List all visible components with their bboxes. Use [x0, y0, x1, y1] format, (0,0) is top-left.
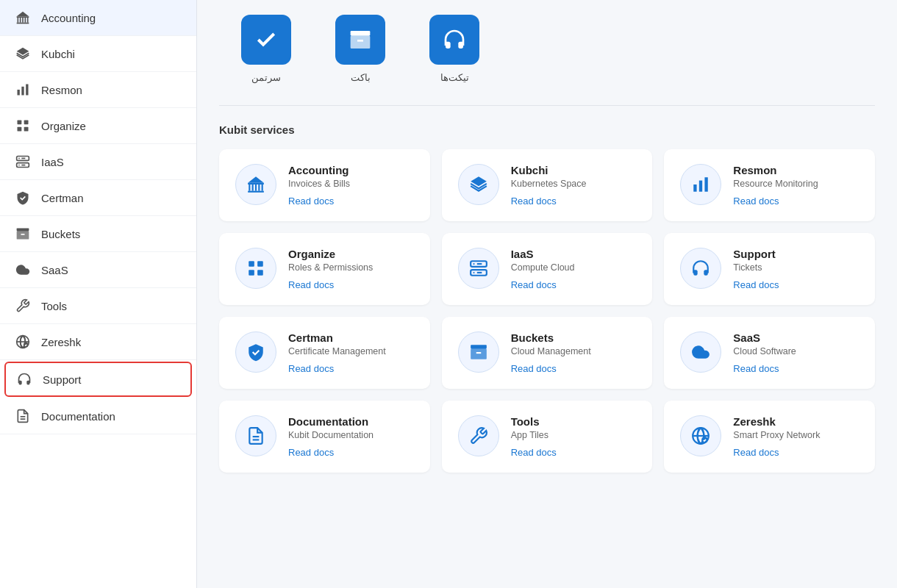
service-card-documentation: Documentation Kubit Documentation Read d…: [219, 401, 430, 473]
service-info-iaas: IaaS Compute Cloud Read docs: [511, 248, 575, 290]
sidebar-item-buckets[interactable]: Buckets: [0, 216, 196, 252]
svg-point-19: [18, 165, 20, 166]
svg-point-50: [473, 263, 474, 265]
sidebar-item-documentation[interactable]: Documentation: [0, 398, 196, 434]
read-docs-accounting[interactable]: Read docs: [288, 196, 350, 207]
service-info-resmon: Resmon Resource Monitoring Read docs: [733, 164, 818, 207]
svg-point-51: [473, 272, 474, 273]
svg-rect-13: [24, 121, 29, 125]
sidebar-item-iaas[interactable]: IaaS: [0, 144, 196, 180]
svg-rect-15: [24, 127, 29, 132]
read-docs-resmon[interactable]: Read docs: [733, 196, 818, 207]
shield-icon-circle: [235, 331, 276, 373]
sidebar-label-tools: Tools: [41, 300, 67, 312]
sidebar-item-organize[interactable]: Organize: [0, 108, 196, 144]
service-info-accounting: Accounting Invoices & Bills Read docs: [288, 164, 350, 207]
svg-marker-7: [17, 12, 29, 17]
service-desc-certman: Certificate Management: [288, 346, 386, 356]
headset-icon: [16, 371, 32, 387]
service-card-support: Support Tickets Read docs: [664, 233, 875, 305]
read-docs-certman[interactable]: Read docs: [288, 363, 386, 374]
shield-icon: [15, 190, 31, 206]
doc-icon: [15, 408, 31, 424]
sidebar-item-support[interactable]: Support: [4, 362, 192, 397]
main-content: سرتمن باکت تیکت‌ها Kubit services Accoun…: [197, 0, 897, 588]
read-docs-kubchi[interactable]: Read docs: [511, 196, 587, 207]
svg-rect-22: [17, 229, 29, 232]
read-docs-zereshk[interactable]: Read docs: [733, 447, 820, 458]
svg-point-18: [18, 158, 20, 159]
svg-rect-36: [258, 184, 260, 191]
svg-rect-55: [471, 349, 487, 359]
service-card-accounting: Accounting Invoices & Bills Read docs: [219, 149, 430, 221]
service-info-buckets: Buckets Cloud Management Read docs: [511, 331, 591, 374]
svg-rect-34: [252, 184, 254, 191]
service-card-saas: SaaS Cloud Software Read docs: [664, 317, 875, 389]
read-docs-support[interactable]: Read docs: [733, 279, 779, 290]
svg-rect-33: [249, 184, 250, 191]
sidebar-label-documentation: Documentation: [41, 410, 115, 423]
top-icon-tickets[interactable]: تیکت‌ها: [407, 7, 501, 90]
top-icon-label-tickets: تیکت‌ها: [440, 72, 469, 83]
sidebar-item-accounting[interactable]: Accounting: [0, 0, 196, 36]
service-name-tools: Tools: [511, 415, 557, 428]
headset-icon-box: [429, 15, 479, 65]
service-name-zereshk: Zereshk: [733, 415, 820, 428]
service-desc-organize: Roles & Permissions: [288, 262, 373, 273]
read-docs-tools[interactable]: Read docs: [511, 447, 557, 458]
sidebar-item-tools[interactable]: Tools: [0, 288, 196, 324]
cloud-icon: [15, 262, 31, 278]
service-info-organize: Organize Roles & Permissions Read docs: [288, 248, 373, 290]
svg-rect-1: [18, 18, 19, 23]
svg-rect-43: [705, 177, 708, 192]
svg-marker-39: [248, 176, 264, 183]
top-icon-buckets[interactable]: باکت: [313, 7, 407, 90]
sidebar-label-certman: Certman: [41, 192, 84, 204]
grid-icon-circle: [235, 248, 276, 289]
archive-icon-circle: [458, 331, 499, 373]
grid-icon: [15, 118, 31, 134]
layers-icon-circle: [458, 164, 499, 205]
service-name-documentation: Documentation: [288, 415, 374, 428]
tools-icon: [15, 298, 31, 314]
server-icon: [15, 154, 31, 170]
service-desc-saas: Cloud Software: [733, 346, 796, 356]
service-card-buckets: Buckets Cloud Management Read docs: [442, 317, 653, 389]
doc-icon-circle: [235, 415, 276, 456]
top-icon-dashboard[interactable]: سرتمن: [219, 7, 313, 90]
service-desc-resmon: Resource Monitoring: [733, 179, 818, 189]
bank-icon: [15, 10, 31, 26]
sidebar-item-certman[interactable]: Certman: [0, 180, 196, 216]
service-desc-zereshk: Smart Proxy Network: [733, 430, 820, 440]
read-docs-organize[interactable]: Read docs: [288, 279, 373, 290]
svg-rect-5: [27, 18, 29, 23]
tools-icon-circle: [458, 415, 499, 456]
svg-rect-31: [351, 36, 371, 49]
sidebar-label-buckets: Buckets: [41, 228, 80, 240]
bank-icon-circle: [235, 164, 276, 205]
headset-icon-circle: [680, 248, 721, 289]
svg-rect-54: [471, 345, 487, 348]
service-card-iaas: IaaS Compute Cloud Read docs: [442, 233, 653, 305]
archive-icon: [15, 226, 31, 242]
sidebar-item-resmon[interactable]: Resmon: [0, 72, 196, 108]
sidebar-item-zereshk[interactable]: Zereshk: [0, 324, 196, 360]
archive-icon-box: [335, 15, 385, 65]
svg-rect-44: [249, 261, 254, 267]
svg-rect-4: [25, 18, 26, 23]
read-docs-buckets[interactable]: Read docs: [511, 363, 591, 374]
read-docs-iaas[interactable]: Read docs: [511, 279, 575, 290]
svg-rect-47: [257, 270, 263, 276]
read-docs-saas[interactable]: Read docs: [733, 363, 796, 374]
svg-rect-41: [694, 184, 697, 192]
services-grid: Accounting Invoices & Bills Read docs Ku…: [219, 149, 875, 473]
sidebar-item-kubchi[interactable]: Kubchi: [0, 36, 196, 72]
sidebar-item-saas[interactable]: SaaS: [0, 252, 196, 288]
svg-rect-11: [26, 85, 28, 96]
read-docs-documentation[interactable]: Read docs: [288, 447, 374, 458]
svg-rect-0: [17, 16, 29, 18]
service-name-certman: Certman: [288, 331, 386, 344]
service-name-accounting: Accounting: [288, 164, 350, 176]
sidebar-label-iaas: IaaS: [41, 156, 64, 168]
svg-rect-23: [17, 232, 29, 240]
